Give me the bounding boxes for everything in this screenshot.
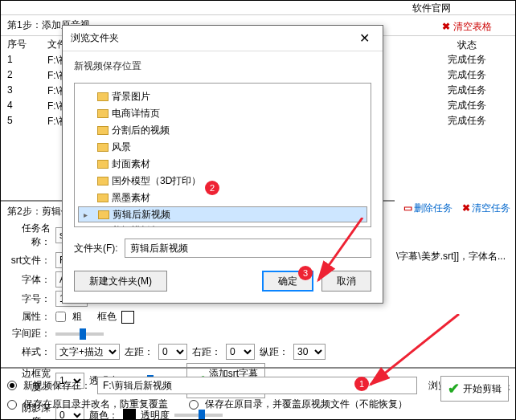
cell-seq: 4	[7, 100, 31, 113]
dialog-close-button[interactable]: ✕	[354, 31, 375, 46]
tree-item-label: 电商详情页	[112, 107, 160, 120]
tree-item-label: 剪辑后新视频	[113, 208, 170, 222]
srt-path-note: \字幕\美梦.srt]]，字体名...	[396, 250, 506, 263]
folder-icon	[98, 210, 109, 219]
tree-item-label: 黑墨素材	[112, 191, 150, 205]
minus-icon: ▭	[403, 202, 412, 214]
right-label: 右距：	[192, 345, 221, 359]
spacing-label: 字间距：	[7, 327, 51, 340]
vert-select[interactable]: 30	[293, 344, 326, 360]
status-item: 完成任务	[427, 67, 507, 83]
save-to-label: 新视频保存在：	[23, 379, 91, 393]
tree-item-label: 剪辑模板包	[112, 224, 160, 227]
style-label: 样式：	[7, 345, 51, 359]
cell-seq: 5	[7, 115, 31, 128]
bold-label: 粗	[72, 310, 82, 324]
dialog-subtitle: 新视频保存位置	[63, 51, 383, 76]
folder-field-label: 文件夹(F):	[74, 242, 118, 255]
keep-original-radio[interactable]	[7, 400, 17, 410]
left-label: 左距：	[125, 345, 154, 359]
clear-task-link[interactable]: ✖清空任务	[462, 202, 510, 215]
start-edit-button[interactable]: ✔开始剪辑	[440, 376, 509, 402]
annotation-3: 3	[298, 266, 313, 280]
status-item: 完成任务	[427, 113, 507, 128]
folder-tree[interactable]: 背景图片电商详情页分割后的视频风景封面素材国外模型（3D打印）黑墨素材▸剪辑后新…	[74, 83, 371, 227]
tree-item[interactable]: 国外模型（3D打印）	[78, 173, 367, 190]
cell-seq: 2	[7, 69, 31, 83]
software-site-link[interactable]: 软件官网	[412, 2, 451, 14]
cell-seq: 1	[7, 54, 31, 67]
tree-item[interactable]: 分割后的视频	[78, 122, 367, 139]
left-select[interactable]: 0	[158, 344, 187, 360]
folder-icon	[97, 143, 109, 152]
folder-icon	[97, 109, 109, 118]
tree-item[interactable]: 电商详情页	[78, 105, 367, 122]
tree-item-label: 风景	[112, 141, 131, 154]
folder-icon	[97, 92, 109, 101]
chevron-right-icon[interactable]: ▸	[84, 210, 88, 219]
new-folder-button[interactable]: 新建文件夹(M)	[74, 271, 167, 292]
tree-item[interactable]: 背景图片	[78, 88, 367, 105]
attr-label: 属性：	[7, 310, 51, 324]
tree-item[interactable]: 风景	[78, 139, 367, 156]
tree-item[interactable]: 封面素材	[78, 156, 367, 173]
cell-seq: 3	[7, 84, 31, 98]
folder-icon	[97, 226, 109, 227]
save-to-radio[interactable]	[7, 381, 17, 390]
tree-item-label: 背景图片	[112, 90, 150, 104]
bold-checkbox[interactable]	[55, 312, 66, 322]
status-item: 完成任务	[427, 98, 507, 113]
folder-name-input[interactable]	[125, 239, 371, 258]
vert-label: 纵距：	[260, 345, 289, 359]
dialog-title: 浏览文件夹	[71, 31, 119, 45]
border-color-swatch[interactable]	[121, 311, 134, 324]
close-icon: ✖	[462, 202, 470, 214]
folder-icon	[97, 194, 109, 202]
srt-file-label: srt文件：	[7, 254, 51, 267]
status-header: 状态	[427, 39, 507, 52]
annotation-2: 2	[205, 181, 219, 195]
folder-icon	[97, 177, 109, 186]
annotation-1: 1	[354, 377, 369, 391]
task-name-label: 任务名称：	[7, 222, 51, 249]
keep-original-label: 保存在原目录并改名，防重复覆盖	[23, 398, 168, 411]
clear-table-link[interactable]: ✖清空表格	[427, 20, 507, 34]
tree-item[interactable]: 剪辑模板包	[78, 222, 367, 227]
style-select[interactable]: 文字+描边	[55, 344, 120, 360]
browse-folder-dialog: 浏览文件夹 ✕ 新视频保存位置 背景图片电商详情页分割后的视频风景封面素材国外模…	[62, 25, 383, 304]
tree-item[interactable]: 黑墨素材	[78, 190, 367, 206]
overwrite-label: 保存在原目录，并覆盖原视频文件（不能恢复）	[205, 398, 407, 411]
tree-item-label: 分割后的视频	[112, 124, 170, 137]
right-select[interactable]: 0	[226, 344, 255, 360]
status-item: 完成任务	[427, 83, 507, 98]
close-icon: ✖	[442, 21, 450, 32]
folder-icon	[97, 126, 109, 135]
border-color-label: 框色	[97, 310, 117, 324]
col-header-seq: 序号	[7, 38, 31, 51]
spacing-slider[interactable]	[55, 332, 104, 336]
folder-icon	[97, 160, 109, 169]
tree-item[interactable]: ▸剪辑后新视频	[78, 206, 367, 222]
check-icon: ✔	[448, 380, 460, 398]
status-item: 完成任务	[427, 52, 507, 67]
overwrite-radio[interactable]	[189, 400, 199, 410]
save-path-input[interactable]	[97, 377, 417, 394]
tree-item-label: 封面素材	[112, 157, 150, 171]
cancel-button[interactable]: 取消	[321, 271, 371, 292]
tree-item-label: 国外模型（3D打印）	[112, 174, 201, 188]
size-label: 字号：	[7, 292, 51, 306]
delete-task-link[interactable]: ▭删除任务	[403, 202, 453, 215]
font-label: 字体：	[7, 273, 51, 287]
